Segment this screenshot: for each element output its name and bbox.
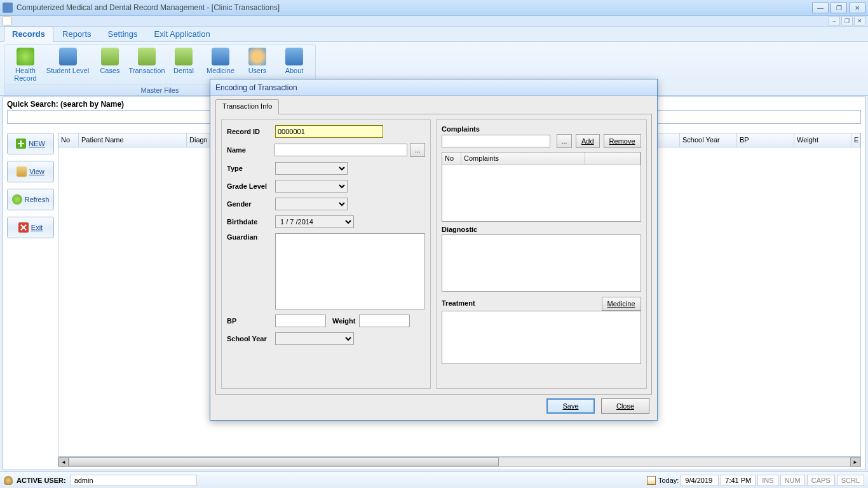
label-diagnostic: Diagnostic (442, 226, 641, 233)
cube-icon (175, 48, 193, 65)
menu-exit-application[interactable]: Exit Application (147, 27, 218, 41)
grid-header-weight[interactable]: Weight (794, 133, 851, 147)
plus-icon (16, 139, 26, 149)
status-scrl: SCRL (837, 475, 864, 486)
label-grade-level: Grade Level (227, 182, 275, 190)
record-id-input[interactable] (275, 125, 383, 138)
label-birthdate: Birthdate (227, 218, 275, 226)
tab-transaction-info[interactable]: Transaction Info (215, 99, 279, 114)
grid-header-patient-name[interactable]: Patient Name (79, 133, 187, 147)
menubar: Records Reports Settings Exit Applicatio… (0, 27, 868, 42)
label-type: Type (227, 165, 275, 172)
status-ins: INS (757, 475, 778, 486)
grade-level-select[interactable] (275, 180, 348, 193)
about-icon (285, 48, 303, 65)
active-user-value: admin (70, 475, 197, 486)
label-weight: Weight (332, 317, 355, 325)
complaints-grid[interactable]: No Complaints (442, 152, 641, 222)
save-button[interactable]: Save (546, 398, 595, 414)
scroll-track[interactable] (69, 458, 850, 466)
menu-settings[interactable]: Settings (100, 27, 146, 41)
status-date: 9/4/2019 (681, 475, 719, 486)
label-gender: Gender (227, 200, 275, 208)
name-browse-button[interactable]: ... (410, 143, 425, 157)
grid-header-bp[interactable]: BP (737, 133, 794, 147)
ribbon-medicine[interactable]: Medicine (202, 46, 239, 83)
dialog-footer: Save Close (546, 398, 649, 414)
weight-input[interactable] (359, 315, 410, 327)
remove-complaint-button[interactable]: Remove (604, 134, 641, 148)
birthdate-picker[interactable]: 1 / 7 /2014 (275, 215, 354, 228)
users-icon (248, 48, 266, 65)
view-button[interactable]: View (7, 161, 54, 182)
complaints-grid-header-no[interactable]: No (442, 152, 461, 165)
right-panel: Complaints ... Add Remove No Complaints (436, 119, 647, 389)
guardian-textarea[interactable] (275, 233, 425, 309)
grid-header-diagn[interactable]: Diagn (187, 133, 212, 147)
grid-horizontal-scrollbar[interactable]: ◄ ► (58, 457, 861, 467)
school-year-select[interactable] (275, 332, 354, 345)
new-button[interactable]: NEW (7, 133, 54, 154)
side-buttons: NEW View Refresh Exit (7, 133, 54, 238)
status-caps: CAPS (807, 475, 835, 486)
close-button[interactable]: ✕ (849, 2, 865, 13)
refresh-button[interactable]: Refresh (7, 189, 54, 210)
maximize-button[interactable]: ❐ (831, 2, 847, 13)
treatment-textarea[interactable] (442, 311, 641, 364)
diagnostic-textarea[interactable] (442, 234, 641, 292)
mdi-restore-button[interactable]: ❐ (841, 16, 853, 25)
bp-input[interactable] (275, 315, 326, 327)
book-icon (59, 48, 77, 65)
ribbon-cases[interactable]: Cases (92, 46, 128, 83)
label-record-id: Record ID (227, 128, 275, 135)
label-treatment: Treatment (442, 299, 475, 307)
calendar-icon (647, 476, 656, 485)
today-label: Today: (658, 477, 679, 484)
ribbon-transaction[interactable]: Transaction (128, 46, 165, 83)
mdi-close-button[interactable]: ✕ (854, 16, 865, 25)
gender-select[interactable] (275, 198, 348, 210)
medicine-button[interactable]: Medicine (602, 297, 641, 311)
ribbon-health-record[interactable]: Health Record (7, 46, 44, 83)
minimize-button[interactable]: — (812, 2, 829, 13)
name-input[interactable] (275, 144, 407, 156)
complaints-grid-header-complaints[interactable]: Complaints (461, 152, 585, 165)
statusbar: ACTIVE USER: admin Today: 9/4/2019 7:41 … (0, 471, 868, 488)
label-name: Name (227, 146, 275, 154)
medicine-icon (212, 48, 229, 65)
user-icon (4, 476, 13, 485)
grid-header-extra[interactable]: E (851, 133, 860, 147)
search-icon (17, 48, 34, 65)
scroll-thumb[interactable] (69, 458, 499, 466)
menu-records[interactable]: Records (4, 26, 53, 42)
close-dialog-button[interactable]: Close (601, 398, 649, 414)
ribbon-dental[interactable]: Dental (165, 46, 202, 83)
type-select[interactable] (275, 162, 348, 175)
document-icon (3, 17, 11, 25)
label-school-year: School Year (227, 335, 275, 342)
mdi-minimize-button[interactable]: – (829, 16, 840, 25)
complaints-grid-header-empty (585, 152, 641, 165)
scroll-right-button[interactable]: ► (850, 458, 860, 466)
complaint-browse-button[interactable]: ... (557, 134, 572, 148)
app-icon (3, 3, 13, 13)
status-time: 7:41 PM (721, 475, 756, 486)
ribbon-users[interactable]: Users (239, 46, 276, 83)
window-title: Computerized Medical and Dental Record M… (17, 3, 812, 12)
active-user-label: ACTIVE USER: (17, 477, 66, 484)
exit-icon (18, 222, 29, 233)
grid-header-school-year[interactable]: School Year (680, 133, 737, 147)
menu-reports[interactable]: Reports (55, 27, 99, 41)
exit-button[interactable]: Exit (7, 217, 54, 238)
complaint-input[interactable] (442, 135, 550, 147)
ribbon-student-level[interactable]: Student Level (44, 46, 92, 83)
scroll-left-button[interactable]: ◄ (58, 458, 69, 466)
ribbon-about[interactable]: About (276, 46, 313, 83)
view-icon (17, 166, 27, 177)
encoding-transaction-dialog: Encoding of Transaction Transaction Info… (210, 79, 658, 421)
dialog-title: Encoding of Transaction (210, 79, 657, 96)
titlebar: Computerized Medical and Dental Record M… (0, 0, 868, 16)
grid-header-no[interactable]: No (58, 133, 79, 147)
add-complaint-button[interactable]: Add (576, 134, 600, 148)
label-guardian: Guardian (227, 233, 275, 241)
